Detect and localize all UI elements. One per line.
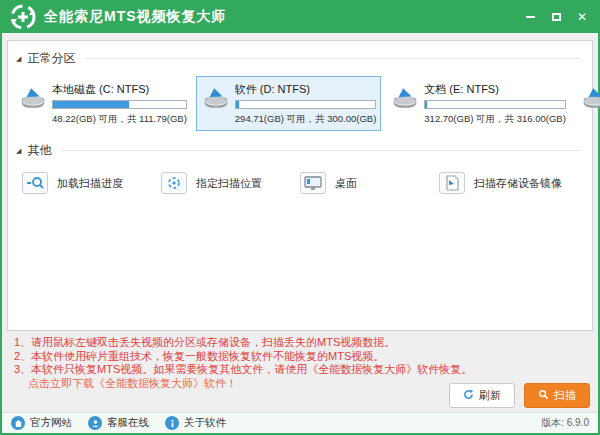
about-software-link[interactable]: 关于软件 <box>165 416 226 430</box>
hard-drive-icon <box>390 84 424 115</box>
drive-usage-bar <box>52 100 187 109</box>
collapse-triangle-icon[interactable]: ◢ <box>16 147 21 154</box>
partitions-section-label: 正常分区 <box>27 50 75 67</box>
instruction-notes: 1、请用鼠标左键双击丢失视频的分区或存储设备，扫描丢失的MTS视频数据。 2、本… <box>14 336 472 390</box>
tool-label: 扫描存储设备镜像 <box>474 176 562 191</box>
app-window: 全能索尼MTS视频恢复大师 ✕ ◢ 正常分区 <box>0 0 600 435</box>
drive-name: 软件 (D: NTFS) <box>235 82 377 97</box>
drive-name: 文档 (E: NTFS) <box>424 82 566 97</box>
drive-usage-bar <box>424 100 566 109</box>
footer-link-label: 官方网站 <box>30 416 72 430</box>
window-body: ◢ 正常分区 本地磁盘 (C: NTF <box>2 33 598 412</box>
tool-label: 加载扫描进度 <box>57 176 123 191</box>
scan-button-label: 扫描 <box>554 388 576 403</box>
desktop-icon <box>300 172 326 194</box>
partitions-section-header: ◢ 正常分区 <box>8 41 592 72</box>
drive-name: 本地磁盘 (C: NTFS) <box>52 82 187 97</box>
close-icon: ✕ <box>577 11 587 23</box>
drive-item-f[interactable]: 娱乐 (F: NTFS) 314.70(GB) 可用，共 315.51(GB) <box>575 76 600 131</box>
collapse-triangle-icon[interactable]: ◢ <box>16 55 21 62</box>
action-buttons: 刷新 扫描 <box>449 383 590 408</box>
tool-label: 指定扫描位置 <box>196 176 262 191</box>
support-icon <box>88 416 102 430</box>
maximize-button[interactable] <box>548 9 564 25</box>
scan-button[interactable]: 扫描 <box>524 383 590 408</box>
status-bar: 官方网站 客服在线 关于软件 版本: 6.9.0 <box>2 412 598 433</box>
minimize-icon <box>526 16 535 18</box>
hard-drive-icon <box>18 84 52 115</box>
app-logo-icon <box>10 4 36 30</box>
official-website-link[interactable]: 官方网站 <box>11 416 72 430</box>
tool-label: 桌面 <box>335 176 357 191</box>
note-line-3: 3、本软件只恢复MTS视频。如果需要恢复其他文件，请使用《全能数据恢复大师》软件… <box>14 363 472 377</box>
refresh-button[interactable]: 刷新 <box>449 383 515 408</box>
hard-drive-icon <box>580 84 600 115</box>
section-divider <box>85 58 580 59</box>
note-line-2: 2、本软件使用碎片重组技术，恢复一般数据恢复软件不能恢复的MTS视频。 <box>14 350 472 364</box>
load-scan-progress-icon <box>22 172 48 194</box>
about-icon <box>165 416 179 430</box>
other-section-label: 其他 <box>27 142 51 159</box>
other-tools-row: 加载扫描进度 指定扫描位置 <box>8 164 592 202</box>
footer-link-label: 关于软件 <box>184 416 226 430</box>
drive-capacity-text: 294.71(GB) 可用，共 300.00(GB) <box>235 113 377 126</box>
drive-item-d[interactable]: 软件 (D: NTFS) 294.71(GB) 可用，共 300.00(GB) <box>196 76 382 131</box>
refresh-icon <box>463 389 474 402</box>
other-section-header: ◢ 其他 <box>8 133 592 164</box>
drive-list: 本地磁盘 (C: NTFS) 48.22(GB) 可用，共 111.79(GB) <box>8 72 592 133</box>
title-bar: 全能索尼MTS视频恢复大师 ✕ <box>0 0 600 33</box>
note-line-1: 1、请用鼠标左键双击丢失视频的分区或存储设备，扫描丢失的MTS视频数据。 <box>14 336 472 350</box>
drive-item-c[interactable]: 本地磁盘 (C: NTFS) 48.22(GB) 可用，共 111.79(GB) <box>13 76 192 131</box>
close-button[interactable]: ✕ <box>574 9 590 25</box>
drive-capacity-text: 48.22(GB) 可用，共 111.79(GB) <box>52 113 187 126</box>
scan-search-icon <box>538 389 549 402</box>
maximize-icon <box>552 13 561 21</box>
device-image-file-icon <box>439 172 465 194</box>
minimize-button[interactable] <box>522 9 538 25</box>
target-location-icon <box>161 172 187 194</box>
specify-scan-location-item[interactable]: 指定扫描位置 <box>161 172 300 194</box>
desktop-item[interactable]: 桌面 <box>300 172 439 194</box>
drive-usage-bar <box>235 100 377 109</box>
customer-service-link[interactable]: 客服在线 <box>88 416 149 430</box>
section-divider <box>61 150 580 151</box>
home-icon <box>11 416 25 430</box>
drive-item-e[interactable]: 文档 (E: NTFS) 312.70(GB) 可用，共 316.00(GB) <box>385 76 571 131</box>
hard-drive-icon <box>201 84 235 115</box>
footer-link-label: 客服在线 <box>107 416 149 430</box>
device-panel: ◢ 正常分区 本地磁盘 (C: NTF <box>7 40 593 331</box>
refresh-button-label: 刷新 <box>479 388 501 403</box>
load-scan-progress-item[interactable]: 加载扫描进度 <box>22 172 161 194</box>
window-controls: ✕ <box>522 9 590 25</box>
drive-capacity-text: 312.70(GB) 可用，共 316.00(GB) <box>424 113 566 126</box>
version-text: 版本: 6.9.0 <box>541 416 589 430</box>
window-title: 全能索尼MTS视频恢复大师 <box>44 8 227 26</box>
scan-device-image-item[interactable]: 扫描存储设备镜像 <box>439 172 578 194</box>
download-link[interactable]: 点击立即下载《全能数据恢复大师》软件！ <box>28 377 472 391</box>
